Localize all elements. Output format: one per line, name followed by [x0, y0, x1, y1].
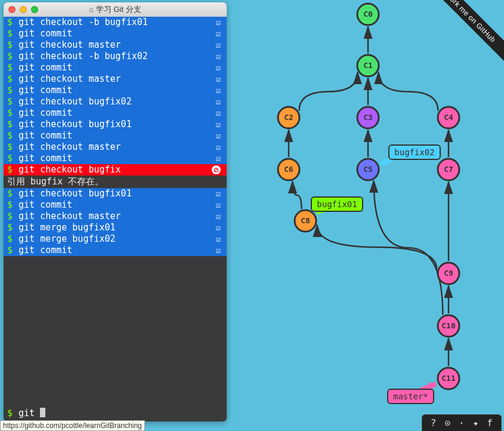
command-text: git commit — [18, 153, 216, 164]
commit-label: C10 — [441, 321, 456, 330]
command-text: git checkout bugfix — [18, 164, 212, 176]
branch-tag-label: bugfix01 — [317, 199, 357, 209]
commit-label: C2 — [284, 113, 293, 122]
command-text: git checkout bugfix02 — [18, 96, 216, 107]
graph-edge — [293, 181, 302, 209]
terminal-line: $git checkout bugfix⊘ — [4, 164, 227, 176]
branch-tag-label: master* — [393, 392, 428, 401]
cursor-icon — [40, 408, 45, 417]
terminal-line: $git checkout master☑ — [4, 211, 227, 222]
command-text: git checkout -b bugfix02 — [18, 51, 216, 62]
terminal-line: $git checkout bugfix02☑ — [4, 96, 227, 107]
terminal-line: $git commit☑ — [4, 107, 227, 119]
terminal-line: $git checkout -b bugfix01☑ — [4, 17, 227, 28]
prompt-icon: $ — [7, 130, 13, 141]
prompt-icon: $ — [7, 245, 13, 256]
terminal-line: $git checkout master☑ — [4, 141, 227, 153]
bottom-toolbar: ?⊙·✦f — [422, 414, 502, 431]
terminal-line: $git merge bugfix01☑ — [4, 222, 227, 233]
terminal-window: ⌂ 学习 Git 分支 $git checkout -b bugfix01☑$g… — [4, 2, 227, 421]
check-icon: ☑ — [216, 39, 221, 51]
check-icon: ☑ — [216, 222, 221, 233]
prompt-icon: $ — [7, 119, 13, 130]
check-icon: ☑ — [216, 233, 221, 245]
prompt-icon: $ — [7, 153, 13, 164]
commit-label: C0 — [363, 10, 373, 19]
commit-label: C1 — [363, 61, 373, 70]
toolbar-button-2[interactable]: · — [459, 417, 465, 429]
prompt-icon: $ — [7, 107, 13, 119]
terminal-line: $git commit☑ — [4, 28, 227, 39]
command-text: git commit — [18, 85, 216, 96]
terminal-line: $git commit☑ — [4, 245, 227, 256]
command-text: git commit — [18, 107, 216, 119]
terminal-line: $git checkout bugfix01☑ — [4, 119, 227, 130]
command-text: git checkout bugfix01 — [18, 188, 216, 199]
error-icon: ⊘ — [212, 165, 221, 174]
check-icon: ☑ — [216, 199, 221, 211]
command-text: git checkout master — [18, 73, 216, 85]
titlebar: ⌂ 学习 Git 分支 — [4, 2, 227, 17]
terminal-message: 引用 bugfix 不存在。 — [4, 176, 227, 188]
prompt-icon: $ — [7, 51, 13, 62]
prompt-icon: $ — [7, 188, 13, 199]
terminal-line: $git checkout master☑ — [4, 39, 227, 51]
commit-label: C8 — [301, 216, 310, 225]
command-text: git commit — [18, 199, 216, 211]
check-icon: ☑ — [216, 85, 221, 96]
command-text: git commit — [18, 130, 216, 141]
command-text: git checkout master — [18, 39, 216, 51]
prompt-icon: $ — [7, 73, 13, 85]
prompt-icon: $ — [7, 222, 13, 233]
prompt-icon: $ — [7, 164, 13, 176]
prompt-icon: $ — [7, 17, 13, 28]
check-icon: ☑ — [216, 28, 221, 39]
command-text: git checkout -b bugfix01 — [18, 17, 216, 28]
check-icon: ☑ — [216, 153, 221, 164]
terminal-line: $git commit☑ — [4, 85, 227, 96]
prompt-icon: $ — [7, 39, 13, 51]
command-text: git checkout master — [18, 141, 216, 153]
check-icon: ☑ — [216, 211, 221, 222]
check-icon: ☑ — [216, 130, 221, 141]
command-input-line[interactable]: $git — [7, 408, 45, 419]
commit-label: C4 — [444, 113, 453, 122]
toolbar-button-1[interactable]: ⊙ — [444, 417, 450, 429]
check-icon: ☑ — [216, 188, 221, 199]
commit-label: C9 — [444, 269, 453, 278]
check-icon: ☑ — [216, 245, 221, 256]
commit-label: C6 — [284, 165, 293, 174]
commit-label: C5 — [363, 165, 373, 174]
check-icon: ☑ — [216, 107, 221, 119]
graph-edge — [317, 225, 437, 269]
check-icon: ☑ — [216, 96, 221, 107]
command-text: git checkout bugfix01 — [18, 119, 216, 130]
terminal-line: $git commit☑ — [4, 130, 227, 141]
prompt-icon: $ — [7, 85, 13, 96]
commit-label: C11 — [441, 374, 456, 383]
check-icon: ☑ — [216, 119, 221, 130]
check-icon: ☑ — [216, 62, 221, 73]
commit-label: C7 — [444, 165, 453, 174]
terminal-line: $git checkout master☑ — [4, 73, 227, 85]
command-text: git checkout master — [18, 211, 216, 222]
prompt-icon: $ — [7, 141, 13, 153]
terminal-line: $git commit☑ — [4, 62, 227, 73]
command-input: git — [18, 408, 40, 418]
toolbar-button-0[interactable]: ? — [431, 417, 437, 429]
terminal-line: $git checkout -b bugfix02☑ — [4, 51, 227, 62]
window-title: ⌂ 学习 Git 分支 — [4, 4, 227, 15]
prompt-icon: $ — [7, 28, 13, 39]
toolbar-button-4[interactable]: f — [487, 417, 493, 429]
command-text: git merge bugfix01 — [18, 222, 216, 233]
prompt-icon: $ — [7, 96, 13, 107]
github-ribbon[interactable]: Fork me on GitHub — [409, 0, 504, 96]
toolbar-button-3[interactable]: ✦ — [473, 417, 479, 429]
status-bar: https://github.com/pcottle/learnGitBranc… — [0, 420, 145, 431]
terminal-body[interactable]: $git checkout -b bugfix01☑$git commit☑$g… — [4, 17, 227, 421]
prompt-icon: $ — [7, 62, 13, 73]
command-text: git merge bugfix02 — [18, 233, 216, 245]
terminal-line: $git checkout bugfix01☑ — [4, 188, 227, 199]
command-text: git commit — [18, 245, 216, 256]
terminal-line: $git merge bugfix02☑ — [4, 233, 227, 245]
